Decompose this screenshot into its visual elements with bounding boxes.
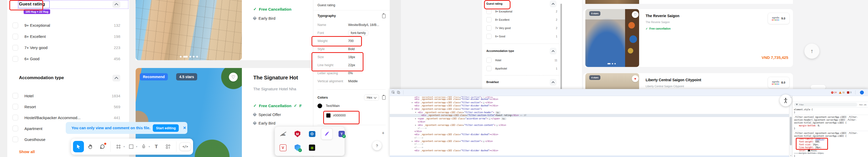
style-code-line[interactable]: .filter-section[_ngcontent-serverApp-c10…	[794, 132, 868, 135]
elements-code-line[interactable]: </div>	[390, 130, 789, 133]
expand-arrow-icon[interactable]: ▶	[415, 124, 418, 127]
elements-code-line[interactable]: ▶<div _ngcontent-serverapp-c103 class="f…	[390, 124, 789, 127]
elements-code-line[interactable]: </div>	[390, 120, 789, 124]
frame-tool-button[interactable]	[113, 141, 124, 152]
component-tool-button[interactable]	[163, 141, 174, 152]
design-collapse-button[interactable]	[113, 1, 120, 8]
scrollbar-thumb[interactable]	[790, 117, 792, 145]
text-tool-button[interactable]: T	[151, 141, 162, 152]
checkbox[interactable]	[12, 126, 18, 131]
elements-code-line[interactable]: <div _ngcontent-serverapp-c103 class="fi…	[390, 133, 789, 136]
expand-arrow-icon[interactable]: ▼	[412, 107, 414, 111]
copy-clipboard-icon[interactable]	[382, 95, 385, 100]
copy-clipboard-icon[interactable]	[382, 14, 385, 18]
elements-code-line[interactable]: <div _ngcontent-serverapp-c103 class="fi…	[390, 149, 789, 152]
horizontal-scrollbar[interactable]	[390, 155, 789, 157]
start-editing-button[interactable]: Start editing	[153, 124, 179, 132]
hand-tool-button[interactable]	[85, 141, 96, 152]
expand-arrow-icon[interactable]: ▶	[412, 139, 414, 143]
devtools-tab[interactable]	[405, 89, 409, 96]
checkbox[interactable]	[486, 25, 492, 31]
warning-count[interactable]: 11	[839, 91, 845, 94]
filter-option-row[interactable]: 8+ Excellent 198	[7, 31, 129, 42]
elements-code-line[interactable]: <!---->	[390, 146, 789, 149]
carousel-dots[interactable]	[180, 56, 198, 58]
color-unit-dropdown[interactable]: Hex	[364, 94, 379, 101]
styles-tab[interactable]	[807, 96, 811, 102]
style-code-line[interactable]: section-title[_ngcontent-serverApp-c103]…	[794, 121, 868, 124]
devtools-tab[interactable]	[426, 89, 430, 96]
profile-icon[interactable]	[860, 91, 864, 94]
hotel-photo[interactable]: 5 stars ♡	[585, 9, 639, 67]
expand-arrow-icon[interactable]: ▶	[412, 101, 414, 104]
elements-code-line[interactable]: ▶<div _ngcontent-serverapp-c103 class="f…	[390, 101, 789, 104]
elements-code-line[interactable]: <!---->	[390, 143, 789, 146]
hotel-card-reverie[interactable]: 5 stars ♡ The Reverie Saigon The Reverie…	[583, 9, 793, 67]
style-code-line[interactable]: .filter-section[_ngcontent-serverApp-c10…	[794, 116, 868, 119]
filter-option-row[interactable]: 7+ Very good 223	[7, 42, 129, 53]
styles-filter-input[interactable]: Filter	[794, 103, 857, 106]
devtools-tab[interactable]	[434, 89, 438, 96]
issue-count[interactable]: 3	[847, 91, 851, 94]
favorite-heart-button[interactable]: ♡	[632, 11, 639, 18]
devtools-tab[interactable]	[438, 89, 442, 96]
style-code-line[interactable]: section-title[_ngcontent-serverApp-c103]…	[794, 135, 868, 137]
elements-code-line[interactable]: ▶<span _ngcontent-serverapp-c103 class="…	[390, 117, 789, 120]
devtools-tab[interactable]	[413, 89, 417, 96]
close-icon[interactable]: ✕	[183, 126, 186, 130]
styles-tab[interactable]	[811, 96, 815, 102]
elements-code-line[interactable]: <div _ngcontent-serverapp-c103 class="fi…	[390, 96, 789, 98]
hotel-photo[interactable]	[135, 0, 242, 60]
style-rule-block[interactable]: .filter-section[_ngcontent-serverApp-c10…	[793, 115, 868, 131]
help-button[interactable]: ?	[372, 141, 382, 150]
scroll-to-top-button[interactable]: ↑	[804, 43, 819, 59]
cloud-off-icon[interactable]: ☁	[277, 128, 288, 139]
checkbox[interactable]	[12, 23, 18, 28]
filter-option-row[interactable]: 8+ Excellent 2	[482, 15, 582, 24]
style-code-line[interactable]: }	[794, 155, 868, 157]
checkbox[interactable]	[12, 104, 18, 109]
checkbox[interactable]	[12, 45, 18, 51]
pen-tool-button[interactable]	[138, 141, 149, 152]
teams-icon[interactable]: T✓	[336, 128, 347, 139]
devtools-tab[interactable]	[442, 89, 446, 96]
sidebar-scrollbar[interactable]	[560, 4, 562, 89]
style-code-line[interactable]: element.style {	[794, 108, 868, 111]
style-code-line[interactable]: }	[794, 127, 868, 130]
collapse-button[interactable]	[550, 1, 557, 7]
color-style-row[interactable]: Text/Main	[317, 101, 385, 110]
expand-arrow-icon[interactable]: ▼	[415, 111, 418, 114]
style-code-line[interactable]: section-header[_ngcontent-serverApp-c103…	[794, 119, 868, 121]
style-rule-block[interactable]: element.style {}	[793, 107, 868, 115]
outlook-icon[interactable]: O	[307, 128, 317, 139]
shape-tool-button[interactable]	[126, 141, 137, 152]
checkbox[interactable]	[486, 58, 492, 63]
design-collapse-button[interactable]	[113, 75, 120, 82]
hotel-title[interactable]: The Reverie Saigon	[646, 14, 679, 18]
filter-option-row[interactable]: 6+ Good 1	[482, 32, 582, 40]
inspect-element-icon[interactable]	[391, 90, 396, 94]
move-tool-button[interactable]	[73, 141, 84, 152]
style-code-line[interactable]: margin-bottom: 12px;	[794, 152, 868, 155]
favorite-heart-button[interactable]: ♥	[632, 75, 639, 82]
elements-code-line[interactable]: ▼<div _ngcontent-serverapp-c103 class="f…	[390, 107, 789, 111]
comment-tool-button[interactable]	[97, 141, 108, 152]
show-all-link[interactable]: Show all	[19, 150, 35, 154]
mcafee-icon[interactable]: M	[292, 128, 303, 139]
elements-code-line[interactable]: ▶<div _ngcontent-serverapp-c103 class="f…	[390, 139, 789, 143]
filter-option-row[interactable]: Aparthotel 1	[482, 64, 582, 73]
accessibility-widget-button[interactable]	[780, 94, 792, 106]
filter-option-row[interactable]: Hotel 1834	[7, 90, 129, 101]
collapse-button[interactable]	[550, 79, 557, 86]
feather-app-icon[interactable]	[321, 128, 333, 139]
style-code-line[interactable]: margin-bottom: 0;	[794, 124, 868, 127]
expand-arrow-icon[interactable]: ▶	[415, 117, 418, 120]
filter-option-row[interactable]: Resort 569	[7, 101, 129, 112]
error-count[interactable]: ✕24	[831, 91, 837, 94]
defender-icon[interactable]: ✓	[292, 142, 303, 153]
collapse-button[interactable]	[550, 48, 557, 55]
favorite-heart-button[interactable]: ♡	[229, 73, 238, 82]
checkbox[interactable]	[12, 136, 18, 142]
elements-code-line[interactable]: ▼<div _ngcontent-serverapp-c103 class="f…	[390, 111, 789, 114]
hotel-title[interactable]: Liberty Central Saigon Citypoint	[646, 78, 701, 82]
